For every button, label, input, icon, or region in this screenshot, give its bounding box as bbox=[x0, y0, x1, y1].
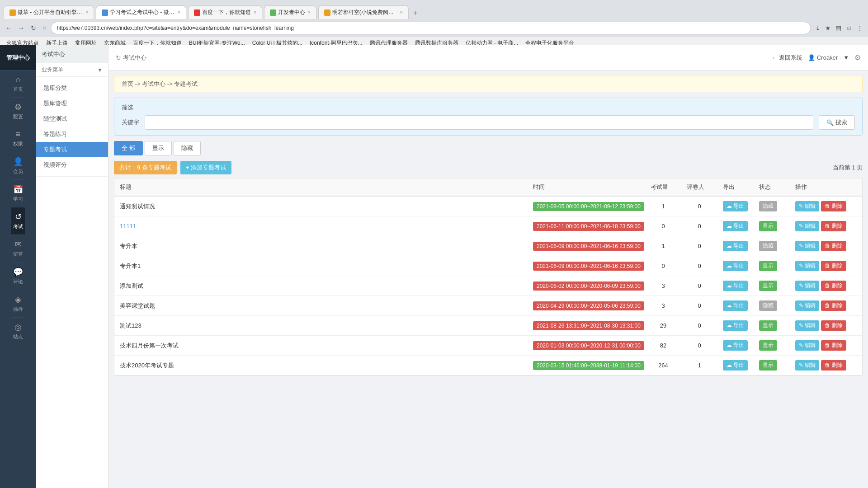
edit-button-1[interactable]: ✎ 编辑 bbox=[795, 201, 819, 211]
filter-tab-all[interactable]: 全 部 bbox=[114, 141, 143, 155]
sidebar-item-study[interactable]: 📅学习 bbox=[11, 180, 25, 207]
refresh-button[interactable]: ↻ bbox=[29, 23, 38, 33]
breadcrumb-exam-center[interactable]: 考试中心 bbox=[142, 80, 165, 87]
status-show-9[interactable]: 显示 bbox=[759, 360, 777, 371]
tab-close-tab1[interactable]: × bbox=[85, 10, 88, 15]
sidebar-item-sites[interactable]: ◎站点 bbox=[11, 318, 25, 345]
tab-close-tab2[interactable]: × bbox=[178, 10, 180, 15]
browser-tab-tab1[interactable]: 微草 - 公开平台自助引擎 - Po...× bbox=[4, 5, 94, 19]
status-show-5[interactable]: 显示 bbox=[759, 281, 777, 291]
delete-button-3[interactable]: 🗑 删除 bbox=[821, 241, 846, 251]
bookmark-star-icon[interactable]: ★ bbox=[824, 23, 832, 33]
status-hide-3[interactable]: 隐藏 bbox=[759, 241, 777, 251]
browser-tab-tab3[interactable]: 百度一下，你就知道× bbox=[188, 5, 262, 19]
sidebar-item-plugins[interactable]: ◈插件 bbox=[11, 290, 25, 318]
export-button-6[interactable]: ☁ 导出 bbox=[723, 300, 748, 311]
left-nav-item-special-exam[interactable]: 专题考试 bbox=[36, 142, 108, 157]
status-show-4[interactable]: 显示 bbox=[759, 261, 777, 271]
add-exam-button[interactable]: + 添加专题考试 bbox=[180, 161, 231, 174]
table-header-考试量: 考试量 bbox=[645, 178, 681, 196]
status-hide-1[interactable]: 隐藏 bbox=[759, 201, 777, 211]
delete-button-9[interactable]: 🗑 删除 bbox=[821, 360, 846, 371]
export-button-2[interactable]: ☁ 导出 bbox=[723, 221, 748, 231]
left-nav-item-video-rating[interactable]: 视频评分 bbox=[36, 157, 108, 173]
download-icon[interactable]: ⇣ bbox=[814, 23, 822, 33]
sidebar-item-perms[interactable]: ≡权限 bbox=[11, 125, 25, 152]
sidebar-item-members[interactable]: 👤会员 bbox=[11, 152, 25, 180]
row-title-link-2[interactable]: 11111 bbox=[120, 223, 136, 230]
delete-button-7[interactable]: 🗑 删除 bbox=[821, 320, 846, 331]
browser-tab-tab4[interactable]: 开发者中心× bbox=[264, 5, 316, 19]
forward-button[interactable]: → bbox=[16, 23, 26, 33]
edit-button-2[interactable]: ✎ 编辑 bbox=[795, 221, 819, 231]
status-show-8[interactable]: 显示 bbox=[759, 340, 777, 351]
delete-button-4[interactable]: 🗑 删除 bbox=[821, 261, 846, 271]
export-button-7[interactable]: ☁ 导出 bbox=[723, 320, 748, 331]
export-button-9[interactable]: ☁ 导出 bbox=[723, 360, 748, 371]
keyword-input[interactable] bbox=[145, 115, 813, 130]
filter-tab-show[interactable]: 显示 bbox=[145, 141, 172, 155]
data-table: 标题时间考试量评卷人导出状态操作 通知测试情况2021-09-05 00:00:… bbox=[114, 178, 863, 376]
left-nav-item-question-manage[interactable]: 题库管理 bbox=[36, 96, 108, 111]
action-bar: 共计：9 条专题考试 + 添加专题考试 当前第 1 页 bbox=[114, 161, 863, 174]
table-header-时间: 时间 bbox=[528, 178, 645, 196]
delete-button-8[interactable]: 🗑 删除 bbox=[821, 340, 846, 351]
sidebar-item-home[interactable]: ⌂首页 bbox=[11, 70, 25, 98]
row-title-2[interactable]: 11111 bbox=[114, 218, 528, 234]
left-nav-item-question-category[interactable]: 题库分类 bbox=[36, 80, 108, 96]
delete-button-6[interactable]: 🗑 删除 bbox=[821, 300, 846, 311]
return-system-button[interactable]: ← 返回系统 bbox=[771, 54, 802, 62]
delete-button-1[interactable]: 🗑 删除 bbox=[821, 201, 846, 211]
extensions-icon[interactable]: ▤ bbox=[834, 23, 843, 33]
export-button-8[interactable]: ☁ 导出 bbox=[723, 340, 748, 351]
delete-button-5[interactable]: 🗑 删除 bbox=[821, 281, 846, 291]
left-nav-label-question-category: 题库分类 bbox=[43, 84, 67, 92]
edit-button-6[interactable]: ✎ 编辑 bbox=[795, 300, 819, 311]
tab-close-tab4[interactable]: × bbox=[308, 10, 311, 15]
row-status-2: 显示 bbox=[754, 216, 790, 236]
status-show-2[interactable]: 显示 bbox=[759, 221, 777, 231]
sidebar-icon-perms: ≡ bbox=[16, 130, 21, 139]
user-menu-button[interactable]: 👤 Croaker - ▼ bbox=[808, 54, 849, 61]
browser-tab-tab2[interactable]: 学习考试之考试中心 - 微草 - ...× bbox=[96, 5, 186, 19]
sidebar-item-comments[interactable]: 💬评论 bbox=[11, 263, 25, 290]
row-time-5: 2020-06-02 00:00:00~2020-06-09 23:59:00 bbox=[528, 277, 645, 295]
address-input[interactable] bbox=[51, 22, 811, 34]
left-nav-item-practice[interactable]: 答题练习 bbox=[36, 127, 108, 142]
breadcrumb-home[interactable]: 首页 bbox=[122, 80, 133, 87]
profile-icon[interactable]: ☺ bbox=[844, 23, 854, 33]
tab-close-tab3[interactable]: × bbox=[254, 10, 256, 15]
delete-button-2[interactable]: 🗑 删除 bbox=[821, 221, 846, 231]
sidebar-item-config[interactable]: ⚙配置 bbox=[11, 98, 25, 125]
export-button-5[interactable]: ☁ 导出 bbox=[723, 281, 748, 291]
sidebar-icon-sites: ◎ bbox=[14, 322, 22, 332]
edit-button-3[interactable]: ✎ 编辑 bbox=[795, 241, 819, 251]
edit-button-8[interactable]: ✎ 编辑 bbox=[795, 340, 819, 351]
filter-tab-hide[interactable]: 隐藏 bbox=[174, 141, 201, 155]
edit-button-7[interactable]: ✎ 编辑 bbox=[795, 320, 819, 331]
new-tab-button[interactable]: + bbox=[410, 7, 421, 19]
export-button-1[interactable]: ☁ 导出 bbox=[723, 201, 748, 211]
top-header: ↻ 考试中心 ← 返回系统 👤 Croaker - ▼ ⚙ bbox=[108, 45, 868, 70]
row-time-4: 2021-06-09 00:00:00~2021-06-16 23:59:00 bbox=[528, 257, 645, 275]
export-button-3[interactable]: ☁ 导出 bbox=[723, 241, 748, 251]
back-button[interactable]: ← bbox=[4, 23, 14, 33]
browser-tab-tab5[interactable]: 明若邪可空(小说免费阅读)翻...× bbox=[318, 5, 409, 19]
menu-icon[interactable]: ⋮ bbox=[855, 23, 864, 33]
export-button-4[interactable]: ☁ 导出 bbox=[723, 261, 748, 271]
sidebar-logo: 管理中心 bbox=[0, 45, 36, 70]
tab-close-tab5[interactable]: × bbox=[400, 10, 403, 15]
status-show-7[interactable]: 显示 bbox=[759, 320, 777, 331]
settings-icon[interactable]: ⚙ bbox=[854, 53, 861, 62]
business-menu[interactable]: 业务菜单 ▼ bbox=[36, 63, 108, 77]
status-hide-6[interactable]: 隐藏 bbox=[759, 300, 777, 311]
edit-button-9[interactable]: ✎ 编辑 bbox=[795, 360, 819, 371]
edit-button-4[interactable]: ✎ 编辑 bbox=[795, 261, 819, 271]
sidebar-item-exam[interactable]: ↺考试 bbox=[11, 207, 25, 235]
home-button[interactable]: ⌂ bbox=[41, 23, 48, 33]
left-nav-item-random-test[interactable]: 随堂测试 bbox=[36, 111, 108, 127]
edit-button-5[interactable]: ✎ 编辑 bbox=[795, 281, 819, 291]
search-button[interactable]: 🔍 搜索 bbox=[819, 115, 855, 130]
sidebar-item-messages[interactable]: ✉留言 bbox=[11, 235, 25, 263]
breadcrumb-refresh-icon[interactable]: ↻ bbox=[116, 54, 121, 61]
